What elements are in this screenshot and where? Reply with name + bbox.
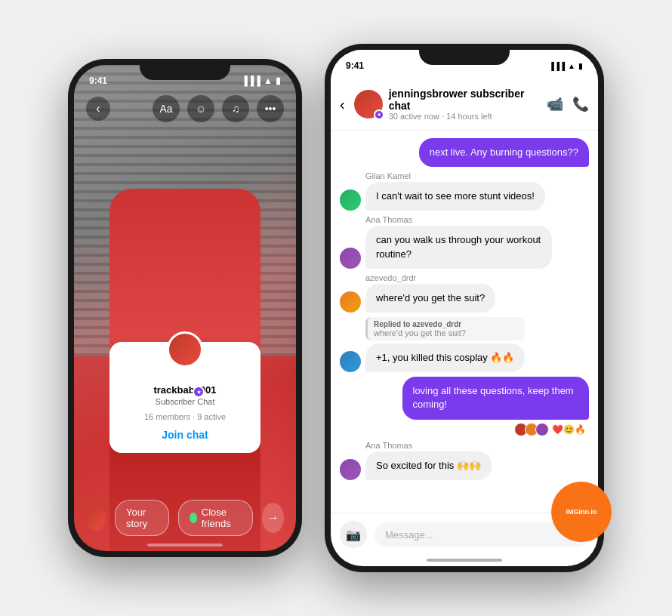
received-wrap-4: Replied to azevedo_drdr where'd you get … — [340, 317, 552, 372]
battery-icon-r: ▮ — [578, 62, 583, 70]
story-action-buttons: Aa ☺ ♫ ••• — [153, 95, 284, 122]
chat-name: jenningsbrower subscriber chat — [389, 88, 541, 112]
time-left: 9:41 — [89, 75, 107, 86]
right-phone: 9:41 ▐▐▐ ▲ ▮ ‹ ★ jenningsbrower subscrib… — [325, 44, 604, 572]
chat-header-info: jenningsbrower subscriber chat 30 active… — [389, 88, 541, 121]
sender-name-3: azevedo_drdr — [365, 273, 589, 282]
reaction-emoji: ❤️😊🔥 — [552, 424, 586, 435]
received-wrap-3: where'd you get the suit? — [340, 284, 552, 313]
home-indicator-right — [427, 559, 502, 562]
send-icon: → — [267, 511, 279, 525]
received-bubble-5: So excited for this 🙌🙌 — [365, 451, 492, 480]
music-button[interactable]: ♫ — [222, 95, 249, 122]
message-received-3: azevedo_drdr where'd you get the suit? — [340, 273, 589, 313]
chat-back-button[interactable]: ‹ — [340, 96, 345, 113]
music-icon: ♫ — [232, 103, 240, 115]
chat-card-meta: 16 members · 9 active — [122, 412, 248, 421]
chat-screen: 9:41 ▐▐▐ ▲ ▮ ‹ ★ jenningsbrower subscrib… — [331, 50, 598, 566]
status-icons-right: ▐▐▐ ▲ ▮ — [549, 62, 583, 70]
msg-avatar-2 — [340, 248, 361, 269]
received-bubble-1: I can't wait to see more stunt videos! — [365, 182, 545, 211]
back-button[interactable]: ‹ — [86, 97, 110, 121]
notch-left — [140, 59, 230, 80]
your-story-button[interactable]: Your story — [115, 500, 169, 536]
more-icon: ••• — [265, 103, 276, 115]
received-wrap-1: I can't wait to see more stunt videos! — [340, 182, 552, 211]
reaction-avatars — [514, 423, 549, 436]
chat-header-icons: 📹 📞 — [547, 96, 589, 112]
story-toolbar: ‹ Aa ☺ ♫ ••• — [74, 95, 296, 122]
reply-context: Replied to azevedo_drdr where'd you get … — [365, 317, 525, 340]
notch-right — [419, 44, 510, 65]
home-indicator-left — [147, 544, 223, 547]
message-placeholder: Message... — [385, 529, 433, 541]
battery-icon: ▮ — [276, 75, 281, 86]
message-received-4: Replied to azevedo_drdr where'd you get … — [340, 317, 589, 372]
signal-icon-r: ▐▐▐ — [549, 62, 565, 70]
reaction-avatar-3 — [535, 423, 549, 436]
sender-name-2: Ana Thomas — [365, 215, 589, 224]
received-bubble-3: where'd you get the suit? — [365, 284, 495, 313]
msg-avatar-4 — [340, 351, 361, 372]
more-button[interactable]: ••• — [257, 95, 284, 122]
message-received-5: Ana Thomas So excited for this 🙌🙌 — [340, 441, 589, 480]
subscriber-badge: ★ — [193, 386, 205, 398]
video-call-icon[interactable]: 📹 — [547, 96, 563, 112]
reply-to-label: Replied to azevedo_drdr — [374, 320, 519, 328]
font-button[interactable]: Aa — [153, 95, 180, 122]
msg-avatar-1 — [340, 189, 361, 211]
received-wrap-2: can you walk us through your workout rou… — [340, 226, 552, 268]
story-bottom-bar: Your story Close friends → — [74, 500, 296, 536]
join-chat-button[interactable]: Join chat — [122, 429, 248, 441]
chat-card-avatar — [167, 331, 203, 368]
phone-call-icon[interactable]: 📞 — [572, 96, 589, 112]
sender-name-5: Ana Thomas — [365, 441, 589, 450]
msg-avatar-5 — [340, 459, 361, 480]
message-sent-1: next live. Any burning questions?? — [340, 138, 589, 167]
wifi-icon: ▲ — [264, 75, 273, 86]
story-bottom-avatar — [86, 504, 106, 531]
subscriber-chat-card: ★ trackbaby001 Subscriber Chat 16 member… — [109, 342, 260, 453]
close-friends-label: Close friends — [202, 507, 242, 529]
messages-list: next live. Any burning questions?? Gilan… — [331, 131, 598, 513]
send-story-button[interactable]: → — [262, 503, 284, 533]
story-background — [74, 65, 296, 551]
wifi-icon-r: ▲ — [568, 62, 575, 70]
chat-status: 30 active now · 14 hours left — [389, 112, 541, 121]
back-icon: ‹ — [96, 102, 100, 116]
close-friends-icon — [190, 513, 197, 523]
camera-icon: 📷 — [346, 528, 361, 542]
signal-icon: ▐▐▐ — [242, 75, 261, 86]
sticker-button[interactable]: ☺ — [187, 95, 214, 122]
message-sent-2: loving all these questions, keep them co… — [340, 377, 589, 419]
time-right: 9:41 — [346, 60, 364, 71]
msg-avatar-3 — [340, 291, 361, 313]
sticker-icon: ☺ — [196, 103, 206, 115]
received-bubble-2: can you walk us through your workout rou… — [365, 226, 552, 268]
status-icons-left: ▐▐▐ ▲ ▮ — [242, 75, 281, 86]
chat-header-avatar: ★ — [354, 90, 383, 119]
close-friends-button[interactable]: Close friends — [178, 500, 253, 536]
received-bubble-4: +1, you killed this cosplay 🔥🔥 — [365, 343, 525, 372]
chat-header-badge: ★ — [374, 109, 384, 120]
message-sent-2-wrap: loving all these questions, keep them co… — [340, 377, 589, 436]
left-phone: 9:41 ▐▐▐ ▲ ▮ ‹ Aa ☺ — [68, 59, 302, 557]
message-received-2: Ana Thomas can you walk us through your … — [340, 215, 589, 268]
sent-bubble-2: loving all these questions, keep them co… — [402, 377, 590, 419]
your-story-label: Your story — [126, 507, 158, 529]
story-screen: 9:41 ▐▐▐ ▲ ▮ ‹ Aa ☺ — [74, 65, 296, 551]
sender-name-1: Gilan Kamel — [365, 171, 589, 180]
message-received-1: Gilan Kamel I can't wait to see more stu… — [340, 171, 589, 211]
watermark: IMGinn.io — [551, 482, 612, 542]
message-reactions: ❤️😊🔥 — [340, 423, 586, 436]
received-wrap-5: So excited for this 🙌🙌 — [340, 451, 552, 480]
camera-button[interactable]: 📷 — [340, 521, 367, 548]
sent-bubble-1: next live. Any burning questions?? — [419, 138, 589, 167]
chat-card-subtitle: Subscriber Chat — [122, 397, 248, 406]
